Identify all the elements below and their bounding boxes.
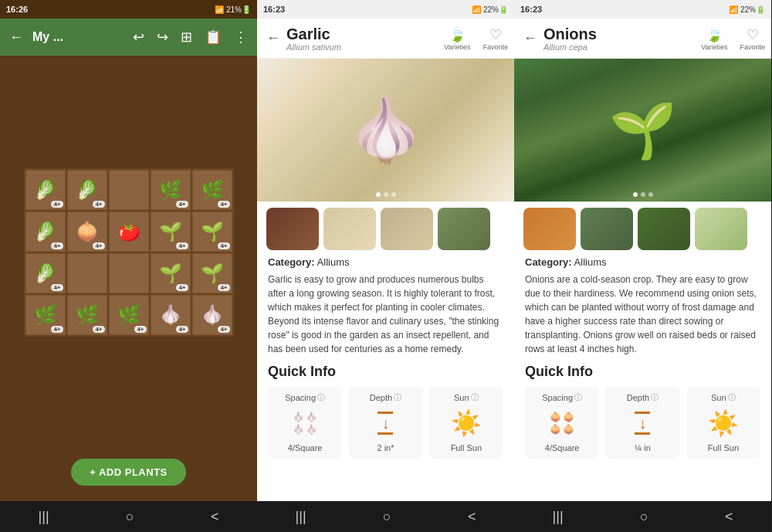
grid-cell[interactable]	[109, 253, 149, 293]
status-bar-3: 16:23 📶 22%🔋	[514, 0, 771, 19]
varieties-button-2[interactable]: 🍃 Varieties	[444, 26, 470, 51]
depth-bottom-line-3	[635, 432, 650, 435]
garlic-thumb-3[interactable]	[381, 208, 433, 250]
add-plants-container: + ADD PLANTS	[0, 449, 257, 501]
nav-bar-3: ||| ○ <	[514, 501, 771, 532]
favorite-label-2: Favorite	[482, 43, 508, 51]
favorite-label-3: Favorite	[740, 43, 765, 51]
grid-cell[interactable]: 🌱4+	[151, 212, 191, 252]
varieties-label-2: Varieties	[444, 43, 470, 51]
onions-depth-value: ¼ in	[635, 443, 651, 452]
favorite-button-3[interactable]: ♡ Favorite	[740, 26, 765, 51]
garlic-actions: 🍃 Varieties ♡ Favorite	[444, 26, 508, 51]
grid-cell[interactable]	[67, 253, 107, 293]
depth-info-icon-3: ⓘ	[651, 392, 659, 403]
onions-spacing-header: Spacing ⓘ	[542, 392, 582, 403]
grid-cell[interactable]: 🥬4+	[25, 212, 66, 252]
panel-onions: 16:23 📶 22%🔋 ← Onions Allium cepa 🍃 Vari…	[514, 0, 771, 532]
onions-image-bg: 🌱	[514, 59, 771, 202]
garlic-thumb-1[interactable]	[266, 208, 319, 250]
status-bar-1: 16:26 📶 21%🔋	[0, 0, 257, 19]
onions-name: Onions	[543, 25, 701, 42]
onion-thumb-3[interactable]	[638, 208, 690, 250]
nav-bar-2: ||| ○ <	[257, 501, 514, 532]
status-time-2: 16:23	[263, 5, 285, 14]
grid-cell[interactable]: 🌱4+	[151, 253, 191, 293]
onions-depth-card: Depth ⓘ ↓ ¼ in	[605, 386, 679, 459]
sun-icon-2: ☀️	[451, 408, 482, 438]
grid-cell[interactable]: 🥬4+	[25, 253, 66, 293]
onions-spacing-card: Spacing ⓘ 🧅🧅 🧅🧅 4/Square	[525, 386, 599, 459]
nav-back-icon-3[interactable]: <	[725, 509, 733, 525]
varieties-label-3: Varieties	[701, 43, 727, 51]
spacing-info-icon-2: ⓘ	[317, 392, 325, 403]
garlic-name: Garlic	[286, 25, 444, 42]
nav-circle-icon-2[interactable]: ○	[383, 509, 391, 525]
grid-cell[interactable]: 🌱4+	[192, 253, 232, 293]
garlic-depth-visual: ↓	[378, 406, 393, 440]
back-button-1[interactable]: ←	[6, 26, 26, 49]
grid-cell[interactable]	[109, 170, 149, 210]
onion-thumb-2[interactable]	[581, 208, 633, 250]
nav-circle-icon-3[interactable]: ○	[640, 509, 648, 525]
garlic-quick-info-cards: Spacing ⓘ 🧄🧄 🧄🧄 4/Square Depth ⓘ	[268, 386, 503, 459]
onions-content: Category: Alliums Onions are a cold-seas…	[514, 256, 771, 501]
status-icons-1: 📶 21%🔋	[215, 5, 251, 14]
grid-cell[interactable]: 🍅	[109, 212, 149, 252]
redo-button[interactable]: ↪	[154, 25, 171, 49]
favorite-button-2[interactable]: ♡ Favorite	[482, 26, 508, 51]
onions-sun-value: Full Sun	[708, 443, 739, 452]
grid-cell[interactable]: 🧅4+	[67, 212, 107, 252]
grid-cell[interactable]: 🌿4+	[192, 170, 232, 210]
garlic-category: Category: Alliums	[268, 256, 503, 268]
panel-garlic: 16:23 📶 22%🔋 ← Garlic Allium sativum 🍃 V…	[257, 0, 514, 532]
grid-cell[interactable]: 🧄4+	[151, 295, 191, 335]
share-button[interactable]: 📋	[201, 25, 225, 49]
garlic-content: Category: Alliums Garlic is easy to grow…	[257, 256, 514, 501]
varieties-button-3[interactable]: 🍃 Varieties	[701, 26, 727, 51]
back-button-2[interactable]: ←	[263, 27, 283, 49]
onions-main-image: 🌱	[514, 59, 771, 202]
garlic-thumb-2[interactable]	[323, 208, 376, 250]
grid-cell[interactable]: 🌿4+	[109, 295, 149, 335]
onions-sun-card: Sun ⓘ ☀️ Full Sun	[686, 386, 760, 459]
nav-back-icon-2[interactable]: <	[468, 509, 476, 525]
nav-back-icon-1[interactable]: <	[211, 509, 219, 525]
leaf-icon-3: 🍃	[706, 26, 723, 43]
add-plants-button[interactable]: + ADD PLANTS	[71, 459, 186, 486]
onions-category: Category: Alliums	[525, 256, 760, 268]
garlic-description: Garlic is easy to grow and produces nume…	[268, 273, 503, 356]
grid-cell[interactable]: 🌿4+	[25, 295, 66, 335]
grid-cell[interactable]: 🥬4+	[25, 170, 66, 210]
status-time-1: 16:26	[6, 5, 28, 14]
garlic-sun-card: Sun ⓘ ☀️ Full Sun	[429, 386, 503, 459]
onions-spacing-visual: 🧅🧅 🧅🧅	[550, 406, 574, 440]
onions-latin: Allium cepa	[543, 42, 701, 52]
spacing-info-icon-3: ⓘ	[574, 392, 582, 403]
grid-cell[interactable]: 🌱4+	[192, 212, 232, 252]
grid-cell[interactable]: 🧄4+	[192, 295, 232, 335]
garlic-main-image: 🧄	[257, 59, 514, 202]
grid-cell[interactable]: 🥬4+	[67, 170, 107, 210]
nav-home-icon-3[interactable]: |||	[553, 509, 564, 525]
leaf-icon-2: 🍃	[449, 26, 466, 43]
undo-button[interactable]: ↩	[130, 25, 147, 49]
status-icons-2: 📶 22%🔋	[472, 5, 508, 14]
onion-thumb-4[interactable]	[695, 208, 747, 250]
sun-info-icon-3: ⓘ	[728, 392, 736, 403]
spacing-garlic-icon: 🧄🧄 🧄🧄	[293, 412, 317, 435]
more-button[interactable]: ⋮	[231, 25, 251, 49]
garlic-sun-value: Full Sun	[451, 443, 482, 452]
garlic-thumb-4[interactable]	[438, 208, 490, 250]
grid-cell[interactable]: 🌿4+	[67, 295, 107, 335]
nav-home-icon-1[interactable]: |||	[39, 509, 49, 525]
back-button-3[interactable]: ←	[520, 27, 540, 49]
onions-quick-info-title: Quick Info	[525, 364, 760, 380]
onions-thumbnails	[514, 202, 771, 256]
onion-thumb-1[interactable]	[523, 208, 576, 250]
grid-cell[interactable]: 🌿4+	[151, 170, 191, 210]
garlic-image-bg: 🧄	[257, 59, 514, 202]
nav-circle-icon-1[interactable]: ○	[126, 509, 134, 525]
nav-home-icon-2[interactable]: |||	[296, 509, 306, 525]
grid-button[interactable]: ⊞	[178, 25, 195, 49]
